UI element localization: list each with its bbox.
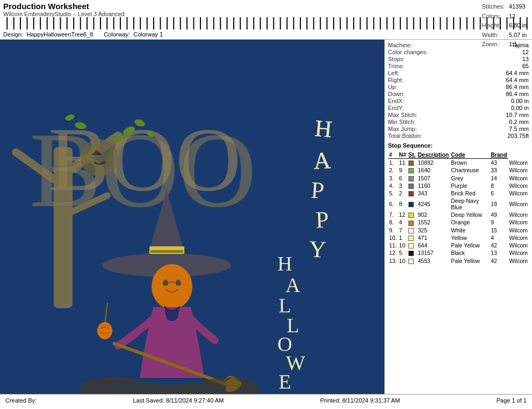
- table-row: 6. 8 4245 Deep Navy Blue 19 Wilcom: [388, 197, 529, 211]
- table-row: 10. 1 471 Yellow 4 Wilcom: [388, 234, 529, 242]
- color-changes-label: Color changes:: [388, 49, 436, 55]
- row-desc: Brick Red: [450, 189, 490, 197]
- total-bobbin-label: Total Bobbin:: [388, 133, 436, 139]
- row-code: 42: [490, 242, 508, 249]
- table-row: 13. 10 4553 Pale Yellow 42 Wilcom: [388, 257, 529, 264]
- svg-text:E: E: [278, 370, 291, 393]
- row-brand: Wilcom: [508, 182, 529, 189]
- design-label: Design: HappyHalloweenTree6_8: [3, 31, 93, 38]
- row-n: 1: [398, 234, 407, 242]
- left-value: 64.4 mm: [506, 70, 529, 76]
- row-num: 1.: [388, 159, 398, 167]
- svg-point-33: [176, 280, 181, 286]
- top-stats: Stitches: 41393 Colors: 12 Height: 6.80 …: [480, 2, 529, 49]
- row-num: 12.: [388, 249, 398, 257]
- row-desc: Deep Yellow: [450, 211, 490, 218]
- max-jump-value: 7.5 mm: [509, 126, 529, 132]
- colorway-field-label: Colorway:: [104, 31, 130, 38]
- row-desc: Pale Yellow: [450, 257, 490, 264]
- row-st: 644: [416, 242, 450, 249]
- row-st: 471: [416, 234, 450, 242]
- row-n: 4: [398, 218, 407, 226]
- table-row: 2. 9 1640 Chartreuse 33 Wilcom: [388, 166, 529, 174]
- zoom-value: 1:1: [507, 40, 529, 49]
- table-row: 4. 3 1160 Purple 8 Wilcom: [388, 182, 529, 189]
- min-stitch-value: 0.2 mm: [509, 119, 529, 125]
- row-brand: Wilcom: [508, 218, 529, 226]
- zoom-label: Zoom:: [480, 40, 507, 49]
- row-code: 4: [490, 234, 508, 242]
- stitches-label: Stitches:: [480, 2, 507, 12]
- row-st: 1552: [416, 218, 450, 226]
- svg-point-32: [163, 280, 168, 286]
- endy-label: EndY:: [388, 105, 436, 111]
- trims-label: Trims:: [388, 63, 436, 69]
- row-swatch: [407, 174, 416, 181]
- row-num: 2.: [388, 166, 398, 174]
- down-label: Down:: [388, 91, 436, 97]
- row-brand: Wilcom: [508, 159, 529, 167]
- svg-text:L: L: [278, 294, 291, 317]
- row-brand: Wilcom: [508, 249, 529, 257]
- table-row: 5. 2 343 Brick Red 6 Wilcom: [388, 189, 529, 197]
- table-row: 12. 5 13157 Black 13 Wilcom: [388, 249, 529, 257]
- col-code: Code: [450, 151, 490, 159]
- row-num: 5.: [388, 189, 398, 197]
- left-label: Left:: [388, 70, 436, 76]
- row-code: 6: [490, 189, 508, 197]
- svg-text:A: A: [313, 147, 332, 174]
- row-desc: White: [450, 227, 490, 234]
- row-brand: Wilcom: [508, 197, 529, 211]
- row-brand: Wilcom: [508, 242, 529, 249]
- right-label: Right:: [388, 77, 436, 83]
- row-desc: Deep Navy Blue: [450, 197, 490, 211]
- svg-point-31: [152, 264, 192, 309]
- row-desc: Yellow: [450, 234, 490, 242]
- row-st: 4245: [416, 197, 450, 211]
- table-row: 1. 11 10892 Brown 43 Wilcom: [388, 159, 529, 167]
- row-code: 49: [490, 211, 508, 218]
- row-num: 3.: [388, 174, 398, 181]
- stop-sequence-title: Stop Sequence:: [388, 142, 529, 149]
- footer: Created By: Last Saved: 8/11/2024 9:27:4…: [0, 394, 532, 406]
- trims-value: 65: [522, 63, 529, 69]
- row-brand: Wilcom: [508, 234, 529, 242]
- max-stitch-value: 10.7 mm: [506, 112, 529, 118]
- svg-text:H: H: [277, 252, 292, 275]
- row-code: 33: [490, 166, 508, 174]
- row-n: 8: [398, 197, 407, 211]
- row-desc: Orange: [450, 218, 490, 226]
- embroidery-canvas: BOO BOO: [0, 40, 384, 394]
- row-code: 42: [490, 257, 508, 264]
- row-n: 12: [398, 211, 407, 218]
- row-swatch: [407, 211, 416, 218]
- colorway-label: Colorway: Colorway 1: [104, 31, 163, 38]
- row-code: 14: [490, 174, 508, 181]
- up-label: Up:: [388, 84, 436, 90]
- row-num: 4.: [388, 182, 398, 189]
- created-by: Created By:: [5, 397, 37, 404]
- colors-label: Colors:: [480, 12, 507, 21]
- row-st: 13157: [416, 249, 450, 257]
- row-st: 1160: [416, 182, 450, 189]
- row-brand: Wilcom: [508, 174, 529, 181]
- row-num: 8.: [388, 218, 398, 226]
- up-value: 86.4 mm: [506, 84, 529, 90]
- row-n: 6: [398, 174, 407, 181]
- height-value: 6.80 in: [507, 21, 529, 31]
- row-n: 9: [398, 166, 407, 174]
- table-row: 8. 4 1552 Orange 9 Wilcom: [388, 218, 529, 226]
- page-title: Production Worksheet: [3, 2, 529, 11]
- design-value: HappyHalloweenTree6_8: [26, 31, 93, 38]
- max-stitch-label: Max Stitch:: [388, 112, 436, 118]
- svg-text:P: P: [310, 177, 325, 204]
- svg-text:H: H: [314, 115, 333, 143]
- row-swatch: [407, 218, 416, 226]
- row-st: 902: [416, 211, 450, 218]
- endx-value: 0.00 in: [511, 98, 529, 104]
- row-swatch: [407, 197, 416, 211]
- endy-value: 0.00 in: [511, 105, 529, 111]
- barcode: ||||||||||||||||||||||||||||||||||||||||…: [3, 17, 529, 30]
- table-row: 3. 6 1507 Grey 14 Wilcom: [388, 174, 529, 181]
- col-desc: Description: [416, 151, 450, 159]
